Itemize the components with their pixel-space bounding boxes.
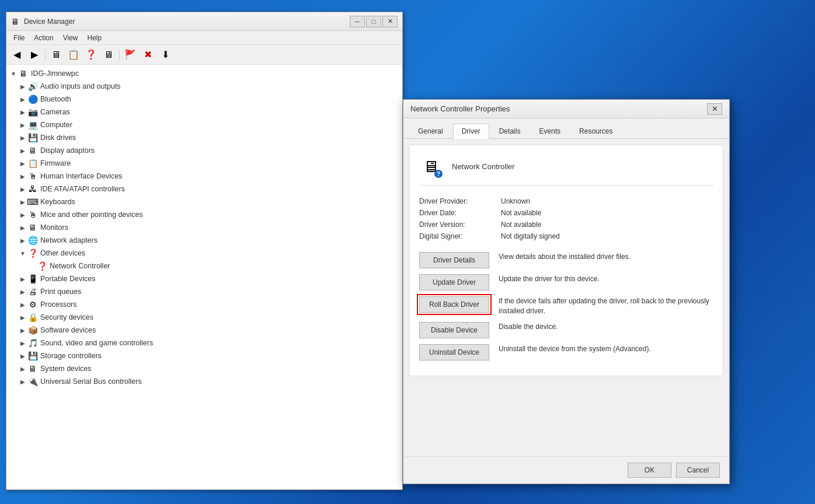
toolbar-properties-button[interactable]: 📋 (65, 47, 82, 62)
toolbar-help-button[interactable]: ❓ (83, 47, 99, 62)
firmware-expander[interactable]: ▶ (18, 159, 27, 168)
root-expander[interactable]: ▼ (9, 69, 18, 78)
driver-details-button[interactable]: Driver Details (419, 252, 489, 268)
dialog-close-button[interactable]: ✕ (707, 103, 722, 115)
other-expander[interactable]: ▼ (18, 249, 27, 258)
ide-label: IDE ATA/ATAPI controllers (40, 185, 125, 193)
tab-driver[interactable]: Driver (453, 124, 489, 139)
disable-device-button[interactable]: Disable Device (419, 322, 489, 338)
tree-item-network-controller[interactable]: ▶ ❓ Network Controller (6, 260, 402, 272)
toolbar-computer-button[interactable]: 🖥 (48, 47, 64, 62)
tree-item-storage[interactable]: ▶ 💾 Storage controllers (6, 349, 402, 362)
rollback-driver-button[interactable]: Roll Back Driver (419, 296, 489, 313)
software-expander[interactable]: ▶ (18, 326, 27, 335)
restore-button[interactable]: □ (366, 16, 381, 27)
tree-item-ide[interactable]: ▶ 🖧 IDE ATA/ATAPI controllers (6, 183, 402, 195)
tree-item-system[interactable]: ▶ 🖥 System devices (6, 362, 402, 375)
update-driver-button[interactable]: Update Driver (419, 274, 489, 290)
security-icon: 🔒 (27, 312, 38, 323)
device-tree[interactable]: ▼ 🖥 IDG-Jimnewpc ▶ 🔊 Audio inputs and ou… (6, 65, 402, 489)
tree-item-portable[interactable]: ▶ 📱 Portable Devices (6, 272, 402, 285)
tree-item-disk[interactable]: ▶ 💾 Disk drives (6, 131, 402, 144)
tree-item-security[interactable]: ▶ 🔒 Security devices (6, 311, 402, 324)
tree-item-software[interactable]: ▶ 📦 Software devices (6, 324, 402, 337)
rollback-driver-row: Roll Back Driver If the device fails aft… (419, 296, 713, 316)
uninstall-device-row: Uninstall Device Uninstall the device fr… (419, 344, 713, 360)
tree-item-bluetooth[interactable]: ▶ 🔵 Bluetooth (6, 93, 402, 106)
storage-label: Storage controllers (40, 352, 102, 360)
other-label: Other devices (40, 249, 85, 257)
other-icon: ❓ (27, 248, 38, 258)
display-expander[interactable]: ▶ (18, 146, 27, 155)
ok-button[interactable]: OK (628, 463, 671, 478)
uninstall-device-desc: Uninstall the device from the system (Ad… (499, 344, 713, 354)
monitors-expander[interactable]: ▶ (18, 223, 27, 232)
keyboards-icon: ⌨ (27, 197, 38, 207)
processors-expander[interactable]: ▶ (18, 300, 27, 309)
tab-details[interactable]: Details (490, 124, 530, 139)
toolbar-scan-button[interactable]: 🖥 (100, 47, 117, 62)
tree-item-sound[interactable]: ▶ 🎵 Sound, video and game controllers (6, 337, 402, 349)
menu-view[interactable]: View (58, 33, 83, 43)
firmware-label: Firmware (40, 159, 71, 167)
usb-expander[interactable]: ▶ (18, 377, 27, 386)
tab-general[interactable]: General (409, 124, 452, 139)
portable-expander[interactable]: ▶ (18, 274, 27, 284)
tree-item-usb[interactable]: ▶ 🔌 Universal Serial Bus controllers (6, 375, 402, 388)
toolbar-back-button[interactable]: ◀ (9, 47, 25, 62)
tab-events[interactable]: Events (530, 124, 569, 139)
minimize-button[interactable]: ─ (350, 16, 365, 27)
disk-expander[interactable]: ▶ (18, 133, 27, 142)
print-expander[interactable]: ▶ (18, 287, 27, 296)
prop-value-date: Not available (501, 209, 541, 217)
tree-item-hid[interactable]: ▶ 🖱 Human Interface Devices (6, 170, 402, 183)
cancel-button[interactable]: Cancel (676, 463, 720, 478)
close-button[interactable]: ✕ (382, 16, 398, 27)
menu-help[interactable]: Help (83, 33, 107, 43)
tree-item-network[interactable]: ▶ 🌐 Network adapters (6, 234, 402, 247)
device-manager-window: 🖥 Device Manager ─ □ ✕ File Action View … (6, 12, 403, 490)
tree-root[interactable]: ▼ 🖥 IDG-Jimnewpc (6, 67, 402, 80)
prop-value-signer: Not digitally signed (501, 232, 560, 240)
tree-item-mice[interactable]: ▶ 🖱 Mice and other pointing devices (6, 208, 402, 221)
monitors-label: Monitors (40, 223, 68, 232)
tree-item-audio[interactable]: ▶ 🔊 Audio inputs and outputs (6, 80, 402, 93)
tree-item-computer[interactable]: ▶ 💻 Computer (6, 118, 402, 131)
keyboards-label: Keyboards (40, 198, 75, 206)
tree-item-monitors[interactable]: ▶ 🖥 Monitors (6, 221, 402, 234)
toolbar-download-button[interactable]: ⬇ (157, 47, 173, 62)
toolbar-delete-button[interactable]: ✖ (140, 47, 156, 62)
tab-resources[interactable]: Resources (570, 124, 621, 139)
prop-row-version: Driver Version: Not available (419, 220, 713, 229)
system-expander[interactable]: ▶ (18, 364, 27, 373)
menu-action[interactable]: Action (29, 33, 58, 43)
audio-expander[interactable]: ▶ (18, 82, 27, 91)
keyboards-expander[interactable]: ▶ (18, 197, 27, 206)
ide-expander[interactable]: ▶ (18, 184, 27, 194)
toolbar-flag-button[interactable]: 🚩 (122, 47, 138, 62)
storage-expander[interactable]: ▶ (18, 351, 27, 360)
disk-label: Disk drives (40, 134, 76, 142)
tree-item-processors[interactable]: ▶ ⚙ Processors (6, 298, 402, 311)
tree-item-cameras[interactable]: ▶ 📷 Cameras (6, 106, 402, 118)
sound-expander[interactable]: ▶ (18, 338, 27, 348)
network-controller-dialog: Network Controller Properties ✕ General … (403, 99, 730, 484)
toolbar-forward-button[interactable]: ▶ (26, 47, 43, 62)
properties-table: Driver Provider: Unknown Driver Date: No… (419, 197, 713, 240)
tree-item-print[interactable]: ▶ 🖨 Print queues (6, 285, 402, 298)
menu-file[interactable]: File (9, 33, 29, 43)
mice-expander[interactable]: ▶ (18, 210, 27, 219)
tree-item-display[interactable]: ▶ 🖥 Display adaptors (6, 144, 402, 157)
tree-item-firmware[interactable]: ▶ 📋 Firmware (6, 157, 402, 170)
uninstall-device-button[interactable]: Uninstall Device (419, 344, 489, 360)
bluetooth-expander[interactable]: ▶ (18, 94, 27, 104)
cameras-expander[interactable]: ▶ (18, 107, 27, 117)
tree-item-other[interactable]: ▼ ❓ Other devices (6, 247, 402, 260)
tree-item-keyboards[interactable]: ▶ ⌨ Keyboards (6, 195, 402, 208)
device-icon-badge: ? (434, 170, 443, 178)
hid-expander[interactable]: ▶ (18, 172, 27, 181)
network-expander[interactable]: ▶ (18, 236, 27, 245)
toolbar-separator-1 (45, 49, 46, 61)
computer-expander[interactable]: ▶ (18, 120, 27, 130)
security-expander[interactable]: ▶ (18, 313, 27, 322)
